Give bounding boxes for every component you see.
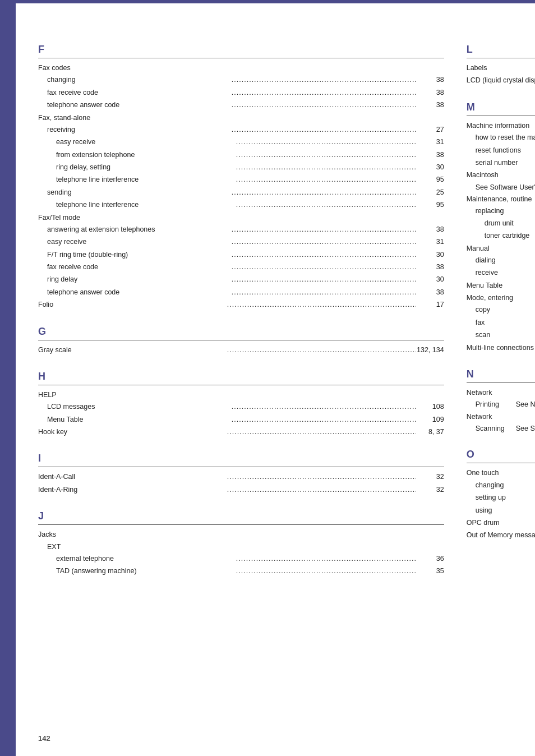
section-header: M <box>467 102 535 113</box>
entry-term: Machine information <box>467 121 535 131</box>
index-entry: EXT <box>38 542 444 552</box>
index-entry: Gray scale .............................… <box>38 345 444 356</box>
entry-term: Jacks <box>38 529 444 540</box>
entry-page: 38 <box>416 287 444 298</box>
index-entry: easy receive ...........................… <box>38 237 444 248</box>
index-entry: sending ................................… <box>38 187 444 199</box>
entry-page: 38 <box>416 87 444 99</box>
section-divider <box>38 524 444 525</box>
section-header: F <box>38 44 444 56</box>
index-entry: answering at extension telephones ......… <box>38 224 444 236</box>
index-entry: Hook key ...............................… <box>38 427 444 438</box>
section-divider <box>38 467 444 467</box>
columns-wrapper: FFax codeschanging .....................… <box>38 34 535 582</box>
entry-page: See Network User's Guide <box>516 399 535 410</box>
index-entry: Network <box>467 412 535 422</box>
index-entry: TAD (answering machine) ................… <box>38 566 444 577</box>
index-entry: Network <box>467 388 535 398</box>
entry-page: 25 <box>416 187 444 199</box>
entry-term: Maintenance, routine <box>467 194 535 205</box>
entry-page: 36 <box>416 554 444 565</box>
entry-page: 109 <box>416 414 444 426</box>
index-entry: fax receive code .......................… <box>38 87 444 99</box>
index-entry: Folio ..................................… <box>38 299 444 311</box>
entry-page: 38 <box>416 262 444 273</box>
see-entry: See Software User's Guide <box>467 182 535 193</box>
entry-page: 31 <box>416 237 444 248</box>
index-entry: changing ...............................… <box>38 75 444 86</box>
index-entry: copy ...................................… <box>467 305 535 316</box>
index-entry: scan ...................................… <box>467 330 535 341</box>
entry-page: 132, 134 <box>416 345 444 356</box>
entry-term: Fax/Tel mode <box>38 213 444 223</box>
index-entry: ring delay .............................… <box>38 274 444 285</box>
section-header: I <box>38 453 444 464</box>
index-entry: changing ...............................… <box>467 480 535 491</box>
entry-term: replacing <box>467 206 535 216</box>
index-entry: ScanningSee Software User's Guide <box>467 423 535 434</box>
entry-term: One touch <box>467 468 535 478</box>
index-entry: One touch <box>467 468 535 478</box>
index-entry: Mode, entering <box>467 293 535 303</box>
index-entry: fax ....................................… <box>467 317 535 329</box>
entry-term: Manual <box>467 243 535 254</box>
entry-term: Network <box>467 412 535 422</box>
entry-page: 32 <box>416 472 444 483</box>
section-header: J <box>38 510 444 522</box>
left-column: FFax codeschanging .....................… <box>38 34 444 582</box>
entry-page: 38 <box>416 224 444 236</box>
entry-term: Mode, entering <box>467 293 535 303</box>
index-entry: telephone answer code ..................… <box>38 100 444 111</box>
entry-page: 95 <box>416 174 444 186</box>
index-entry: Fax/Tel mode <box>38 213 444 223</box>
index-entry: reset functions ........................… <box>467 145 535 156</box>
index-entry: dialing ................................… <box>467 255 535 266</box>
index-entry: Labels .................................… <box>467 63 535 74</box>
index-entry: telephone line interference ............… <box>38 174 444 186</box>
entry-page: See Software User's Guide <box>516 423 535 434</box>
index-entry: receive ................................… <box>467 268 535 279</box>
entry-page: 30 <box>416 162 444 173</box>
entry-page: 31 <box>416 137 444 148</box>
index-entry: external telephone .....................… <box>38 554 444 565</box>
index-entry: serial number ..........................… <box>467 158 535 169</box>
section-divider <box>467 382 535 383</box>
index-entry: Menu Table .............................… <box>467 280 535 292</box>
entry-page: 38 <box>416 75 444 86</box>
entry-page: 30 <box>416 274 444 285</box>
entry-term: Printing <box>467 399 511 410</box>
entry-term: Network <box>467 388 535 398</box>
index-entry: Manual <box>467 243 535 254</box>
index-entry: LCD (liquid crystal display) ...........… <box>467 75 535 86</box>
page-content: FFax codeschanging .....................… <box>16 0 535 756</box>
entry-page: 38 <box>416 100 444 111</box>
index-entry: from extension telephone ...............… <box>38 150 444 161</box>
entry-page: 30 <box>416 250 444 261</box>
index-entry: Jacks <box>38 529 444 540</box>
index-entry: Menu Table .............................… <box>38 414 444 426</box>
entry-term: Fax codes <box>38 63 444 73</box>
section-header: O <box>467 449 535 460</box>
index-entry: toner cartridge ........................… <box>467 231 535 242</box>
left-tab <box>0 0 16 756</box>
index-entry: Fax codes <box>38 63 444 73</box>
entry-page: 27 <box>416 125 444 136</box>
index-entry: HELP <box>38 390 444 400</box>
index-entry: Ident-A-Ring ...........................… <box>38 485 444 496</box>
index-entry: ring delay, setting ....................… <box>38 162 444 173</box>
section-header: N <box>467 368 535 380</box>
entry-page: 35 <box>416 566 444 577</box>
index-entry: replacing <box>467 206 535 216</box>
index-entry: PrintingSee Network User's Guide <box>467 399 535 410</box>
section-header: H <box>38 371 444 382</box>
section-divider <box>467 463 535 463</box>
index-entry: Fax, stand-alone <box>38 113 444 123</box>
index-entry: Maintenance, routine <box>467 194 535 205</box>
section-divider <box>467 116 535 116</box>
entry-term: HELP <box>38 390 444 400</box>
entry-term: Macintosh <box>467 170 535 181</box>
section-divider <box>38 58 444 58</box>
index-entry: telephone line interference ............… <box>38 200 444 211</box>
index-entry: LCD messages ...........................… <box>38 402 444 413</box>
index-entry: setting up .............................… <box>467 492 535 504</box>
